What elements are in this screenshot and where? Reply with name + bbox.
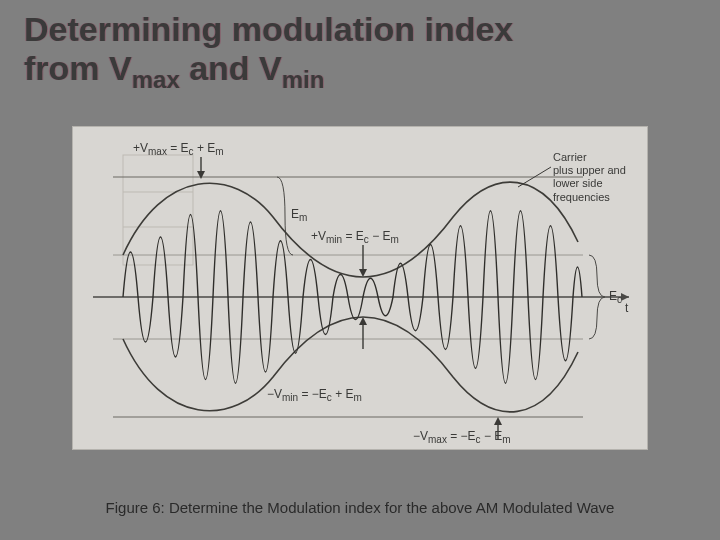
figure-box: +Vmax = Ec + Em +Vmin = Ec − Em Carrier … [72,126,648,450]
figure-caption: Figure 6: Determine the Modulation index… [0,499,720,516]
label-vmax-bot: −Vmax = −Ec − Em [413,429,511,445]
label-vmin-top: +Vmin = Ec − Em [311,229,399,245]
label-em: Em [291,207,307,223]
title-mid: and V [180,49,282,87]
svg-marker-10 [197,171,205,179]
title-sub-min: min [282,66,325,93]
svg-marker-16 [494,417,502,425]
page-title: Determining modulation index from Vmax a… [24,10,513,93]
label-vmin-bot: −Vmin = −Ec + Em [267,387,362,403]
svg-rect-0 [123,155,193,265]
label-carrier: Carrier plus upper and lower side freque… [553,151,626,204]
label-vmax-top: +Vmax = Ec + Em [133,141,224,157]
svg-marker-4 [621,293,629,301]
label-t: t [625,301,628,315]
svg-marker-14 [359,317,367,325]
svg-marker-12 [359,269,367,277]
label-ec: Ec [609,289,622,305]
title-line2-pre: from V [24,49,132,87]
title-line1: Determining modulation index [24,10,513,48]
title-sub-max: max [132,66,180,93]
